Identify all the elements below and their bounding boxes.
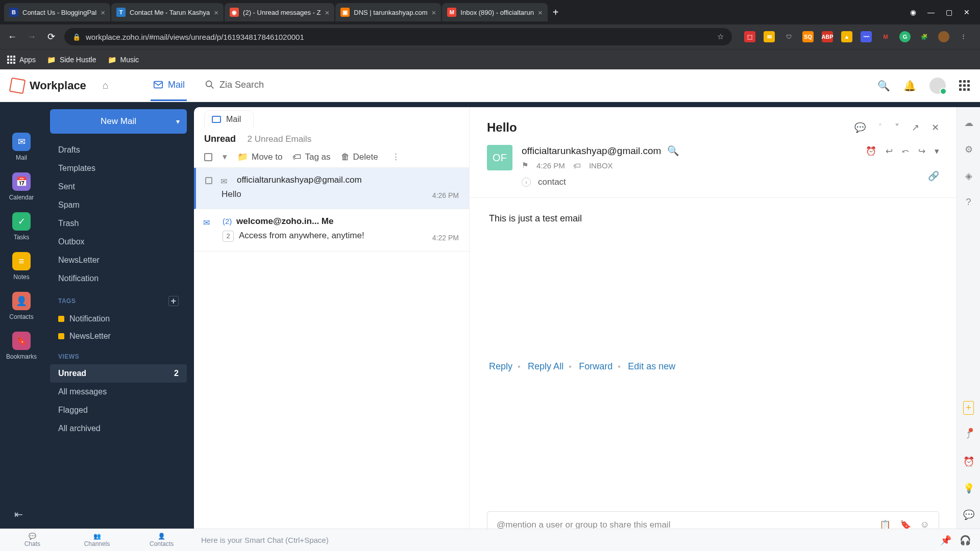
help-icon[interactable]: ? xyxy=(966,197,971,208)
bulb-icon[interactable]: 💡 xyxy=(963,483,974,494)
browser-tab[interactable]: ▣ DNS | tarunkashyap.com × xyxy=(335,3,441,21)
chevron-down-icon[interactable]: ▾ xyxy=(223,152,227,162)
add-widget-icon[interactable]: + xyxy=(963,401,974,415)
feedback-icon[interactable]: 💬 xyxy=(963,509,974,520)
bookmark-folder[interactable]: 📁 Music xyxy=(108,56,139,64)
forward-icon[interactable]: ↪ xyxy=(918,146,925,157)
star-icon[interactable]: ☆ xyxy=(717,32,724,41)
user-avatar[interactable] xyxy=(929,78,946,94)
select-all-checkbox[interactable] xyxy=(204,153,212,161)
prev-icon[interactable]: ˄ xyxy=(878,122,883,133)
folder-drafts[interactable]: Drafts xyxy=(50,141,187,159)
reply-all-icon[interactable]: ⤺ xyxy=(902,146,909,157)
bookmark-apps[interactable]: Apps xyxy=(7,56,36,64)
extension-icon[interactable]: G xyxy=(899,31,911,42)
folder-outbox[interactable]: Outbox xyxy=(50,233,187,251)
alarm-icon[interactable]: ⏰ xyxy=(963,456,974,467)
close-icon[interactable]: × xyxy=(538,8,543,17)
browser-tab[interactable]: T Contact Me - Tarun Kashya × xyxy=(111,3,224,21)
activity-icon[interactable]: ⤴ xyxy=(966,430,971,441)
bell-icon[interactable]: 🔔 xyxy=(903,80,916,92)
reply-icon[interactable]: ↩ xyxy=(886,146,893,157)
forward-link[interactable]: Forward xyxy=(579,361,612,371)
view-unread[interactable]: Unread 2 xyxy=(50,364,187,383)
chat-tab-contacts[interactable]: 👤Contacts xyxy=(129,533,194,547)
next-icon[interactable]: ˅ xyxy=(895,122,899,133)
new-tab-button[interactable]: + xyxy=(549,5,563,19)
close-icon[interactable]: × xyxy=(101,8,105,17)
chrome-menu-icon[interactable]: ⋮ xyxy=(958,31,969,42)
folder-notification[interactable]: Notification xyxy=(50,269,187,288)
search-icon[interactable]: 🔍 xyxy=(877,80,890,92)
collapse-icon[interactable]: ⇤ xyxy=(14,508,23,520)
extension-icon[interactable]: ✉ xyxy=(764,31,775,42)
brand[interactable]: Workplace xyxy=(10,79,86,93)
snooze-icon[interactable]: ⏰ xyxy=(866,146,876,157)
tab-mail[interactable]: Mail xyxy=(204,110,254,128)
extension-icon[interactable]: SQ xyxy=(802,31,814,42)
extension-icon[interactable]: ABP xyxy=(822,31,833,42)
chevron-down-icon[interactable]: ▾ xyxy=(935,146,939,157)
close-window-icon[interactable]: ✕ xyxy=(964,8,970,16)
search-sender-icon[interactable]: 🔍 xyxy=(667,145,679,157)
gear-icon[interactable]: ⚙ xyxy=(965,144,973,155)
popout-icon[interactable]: ↗ xyxy=(912,122,919,133)
rail-contacts[interactable]: 👤 Contacts xyxy=(9,292,33,320)
forward-button[interactable]: → xyxy=(26,32,38,42)
diamond-icon[interactable]: ◈ xyxy=(965,170,972,182)
add-tag-button[interactable]: + xyxy=(168,296,179,306)
move-to-button[interactable]: 📁 Move to xyxy=(237,152,282,162)
chat-tab-chats[interactable]: 💬Chats xyxy=(0,533,65,547)
apps-launcher-icon[interactable] xyxy=(959,80,970,91)
folder-spam[interactable]: Spam xyxy=(50,196,187,214)
rail-tasks[interactable]: ✓ Tasks xyxy=(12,212,31,241)
new-mail-button[interactable]: New Mail ▾ xyxy=(50,109,187,134)
share-icon[interactable]: 🔗 xyxy=(928,170,939,182)
extension-icon[interactable]: M xyxy=(880,31,891,42)
rail-mail[interactable]: ✉ Mail xyxy=(12,133,31,161)
close-icon[interactable]: × xyxy=(214,8,218,17)
extension-icon[interactable]: ⬚ xyxy=(744,31,755,42)
profile-avatar[interactable] xyxy=(938,31,949,42)
smart-chat-input[interactable]: Here is your Smart Chat (Ctrl+Space) xyxy=(194,536,940,544)
tag-notification[interactable]: Notification xyxy=(50,310,187,328)
reply-link[interactable]: Reply xyxy=(489,361,512,371)
pin-icon[interactable]: 📌 xyxy=(940,535,951,546)
chevron-down-icon[interactable]: ▾ xyxy=(176,117,180,126)
message-row[interactable]: ✉ officialtarunkashyap@gmail.com Hello 4… xyxy=(194,168,469,209)
folder-trash[interactable]: Trash xyxy=(50,214,187,233)
rail-calendar[interactable]: 📅 Calendar xyxy=(9,172,34,201)
folder-templates[interactable]: Templates xyxy=(50,159,187,178)
nav-mail[interactable]: Mail xyxy=(151,70,187,101)
view-all-messages[interactable]: All messages xyxy=(50,383,187,401)
headset-icon[interactable]: 🎧 xyxy=(960,535,971,546)
chat-tab-channels[interactable]: 👥Channels xyxy=(65,533,130,547)
tag-as-button[interactable]: 🏷 Tag as xyxy=(292,152,330,162)
nav-zia-search[interactable]: Zia Search xyxy=(202,70,266,101)
minimize-icon[interactable]: — xyxy=(927,8,935,16)
expand-recipients-icon[interactable]: › xyxy=(522,178,531,187)
extensions-menu-icon[interactable]: 🧩 xyxy=(919,31,930,42)
row-checkbox[interactable] xyxy=(205,177,212,184)
close-icon[interactable]: ✕ xyxy=(932,122,939,133)
extension-icon[interactable]: ▲ xyxy=(841,31,852,42)
flag-icon[interactable]: ⚑ xyxy=(522,161,528,170)
more-icon[interactable]: ⋮ xyxy=(391,152,400,162)
view-all-archived[interactable]: All archived xyxy=(50,419,187,438)
rail-notes[interactable]: ≡ Notes xyxy=(12,252,31,281)
message-row[interactable]: ✉ (2) welcome@zoho.in... Me 2Access from… xyxy=(194,209,469,252)
edit-as-new-link[interactable]: Edit as new xyxy=(628,361,675,371)
reply-all-link[interactable]: Reply All xyxy=(528,361,564,371)
close-icon[interactable]: × xyxy=(325,8,330,17)
view-flagged[interactable]: Flagged xyxy=(50,401,187,419)
extension-icon[interactable]: 〰 xyxy=(861,31,872,42)
theme-icon[interactable]: ☁ xyxy=(964,117,973,129)
home-icon[interactable]: ⌂ xyxy=(103,80,109,91)
bookmark-folder[interactable]: 📁 Side Hustle xyxy=(47,56,96,64)
browser-tab-active[interactable]: ◉ (2) - Unread messages - Z × xyxy=(225,3,334,21)
maximize-icon[interactable]: ▢ xyxy=(946,8,952,16)
browser-tab[interactable]: B Contact Us - BloggingPal × xyxy=(4,3,110,21)
account-icon[interactable]: ◉ xyxy=(910,8,916,16)
tag-newsletter[interactable]: NewsLetter xyxy=(50,328,187,345)
tag-icon[interactable]: 🏷 xyxy=(573,161,581,170)
